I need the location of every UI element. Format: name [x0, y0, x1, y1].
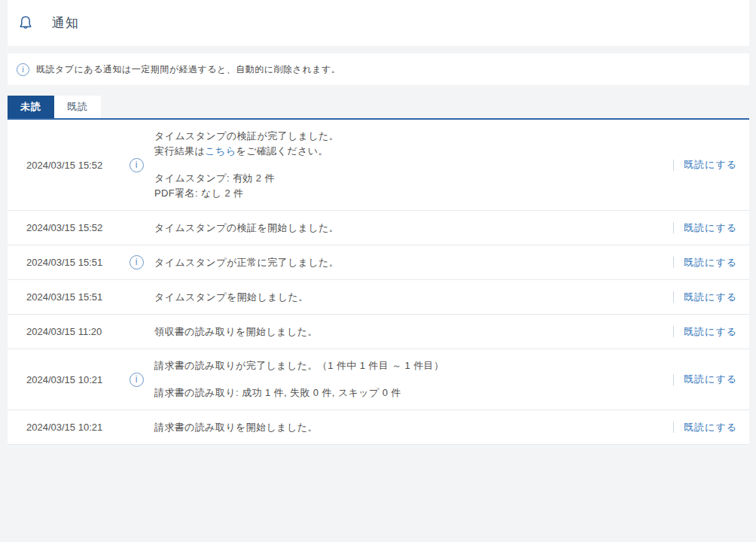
message-line: 請求書の読み取り: 成功 1 件, 失敗 0 件, スキップ 0 件: [154, 385, 664, 400]
message-text: タイムスタンプ: 有効 2 件: [154, 172, 275, 184]
notification-row: 2024/03/15 10:21 i 請求書の読み取りが完了しました。（1 件中…: [8, 349, 749, 410]
info-banner: i 既読タブにある通知は一定期間が経過すると、自動的に削除されます。: [8, 53, 749, 85]
notification-action: 既読にする: [673, 373, 743, 386]
notification-timestamp: 2024/03/15 11:20: [26, 326, 118, 337]
message-text: をご確認ください。: [236, 145, 328, 157]
message-text: タイムスタンプが正常に完了しました。: [154, 257, 339, 268]
notification-icon-column: i: [118, 420, 154, 434]
notification-icon-column: i: [118, 290, 154, 304]
notification-row: 2024/03/15 15:51 i タイムスタンプが正常に完了しました。 既読…: [8, 245, 749, 280]
notification-icon-column: i: [118, 373, 154, 387]
message-line: タイムスタンプの検証を開始しました。: [154, 221, 664, 236]
notification-icon-column: i: [118, 158, 154, 172]
message-line: PDF署名: なし 2 件: [154, 186, 664, 201]
message-text: 請求書の読み取り: 成功 1 件, 失敗 0 件, スキップ 0 件: [154, 387, 401, 398]
notification-timestamp: 2024/03/15 10:21: [26, 422, 118, 433]
action-divider: [673, 422, 674, 433]
action-divider: [673, 291, 674, 303]
notification-list: 2024/03/15 15:52 i タイムスタンプの検証が完了しました。実行結…: [8, 120, 749, 445]
info-circle-icon: i: [130, 158, 144, 172]
mark-read-link[interactable]: 既読にする: [684, 325, 737, 339]
notification-timestamp: 2024/03/15 15:52: [26, 160, 118, 171]
message-text: 領収書の読み取りを開始しました。: [154, 326, 318, 337]
notification-row: 2024/03/15 15:52 i タイムスタンプの検証を開始しました。 既読…: [8, 211, 749, 245]
notification-action: 既読にする: [673, 221, 743, 235]
notification-action: 既読にする: [673, 291, 743, 304]
notification-row: 2024/03/15 15:51 i タイムスタンプを開始しました。 既読にする: [8, 280, 749, 315]
message-line: 請求書の読み取りが完了しました。（1 件中 1 件目 ～ 1 件目）: [154, 358, 664, 373]
notification-icon-column: i: [118, 324, 154, 339]
notification-message: 請求書の読み取りが完了しました。（1 件中 1 件目 ～ 1 件目）請求書の読み…: [154, 358, 673, 400]
message-text: 実行結果は: [154, 145, 205, 157]
message-text: 請求書の読み取りを開始しました。: [154, 422, 318, 433]
notification-icon-column: i: [118, 221, 154, 235]
notification-message: タイムスタンプの検証を開始しました。: [154, 221, 673, 236]
notification-timestamp: 2024/03/15 15:52: [26, 222, 118, 233]
notification-icon-column: i: [118, 255, 154, 269]
notification-message: 請求書の読み取りを開始しました。: [154, 420, 673, 435]
message-text: タイムスタンプの検証が完了しました。: [154, 130, 339, 142]
info-circle-icon: i: [130, 373, 144, 387]
notification-action: 既読にする: [673, 256, 743, 269]
info-circle-icon: i: [130, 255, 144, 269]
action-divider: [673, 326, 674, 337]
message-line: タイムスタンプ: 有効 2 件: [154, 171, 664, 186]
action-divider: [673, 222, 674, 233]
notification-row: 2024/03/15 15:52 i タイムスタンプの検証が完了しました。実行結…: [8, 120, 749, 211]
mark-read-link[interactable]: 既読にする: [684, 158, 737, 172]
notification-action: 既読にする: [673, 421, 743, 434]
message-line: 領収書の読み取りを開始しました。: [154, 324, 664, 340]
mark-read-link[interactable]: 既読にする: [684, 373, 737, 386]
banner-text: 既読タブにある通知は一定期間が経過すると、自動的に削除されます。: [36, 63, 340, 76]
inline-result-link[interactable]: こちら: [205, 145, 236, 157]
notification-message: タイムスタンプを開始しました。: [154, 290, 673, 305]
notification-timestamp: 2024/03/15 10:21: [26, 374, 118, 385]
action-divider: [673, 160, 674, 171]
tab-unread[interactable]: 未読: [8, 96, 54, 118]
notification-message: タイムスタンプが正常に完了しました。: [154, 255, 673, 270]
message-line: タイムスタンプを開始しました。: [154, 290, 664, 305]
notification-row: 2024/03/15 11:20 i 領収書の読み取りを開始しました。 既読にす…: [8, 315, 749, 349]
message-line: 請求書の読み取りを開始しました。: [154, 420, 664, 435]
notifications-page: 通知 i 既読タブにある通知は一定期間が経過すると、自動的に削除されます。 未読…: [0, 0, 756, 542]
message-line: [154, 373, 664, 385]
page-title: 通知: [52, 14, 79, 32]
notification-action: 既読にする: [673, 158, 743, 172]
notification-message: タイムスタンプの検証が完了しました。実行結果はこちらをご確認ください。タイムスタ…: [154, 129, 673, 201]
notification-timestamp: 2024/03/15 15:51: [26, 291, 118, 303]
message-line: タイムスタンプの検証が完了しました。: [154, 129, 664, 144]
message-text: PDF署名: なし 2 件: [154, 187, 244, 199]
page-header: 通知: [8, 0, 749, 46]
mark-read-link[interactable]: 既読にする: [684, 221, 737, 235]
message-text: タイムスタンプの検証を開始しました。: [154, 222, 339, 233]
mark-read-link[interactable]: 既読にする: [684, 291, 737, 304]
notification-message: 領収書の読み取りを開始しました。: [154, 324, 673, 340]
action-divider: [673, 257, 674, 268]
message-text: 請求書の読み取りが完了しました。（1 件中 1 件目 ～ 1 件目）: [154, 360, 444, 371]
notification-timestamp: 2024/03/15 15:51: [26, 257, 118, 268]
mark-read-link[interactable]: 既読にする: [684, 421, 737, 434]
message-text: タイムスタンプを開始しました。: [154, 291, 309, 303]
mark-read-link[interactable]: 既読にする: [684, 256, 737, 269]
bell-icon: [16, 14, 35, 33]
tab-read[interactable]: 既読: [54, 96, 101, 118]
message-line: [154, 159, 664, 171]
action-divider: [673, 374, 674, 385]
message-line: 実行結果はこちらをご確認ください。: [154, 144, 664, 159]
notification-action: 既読にする: [673, 325, 743, 339]
notification-row: 2024/03/15 10:21 i 請求書の読み取りを開始しました。 既読にす…: [8, 410, 749, 445]
message-line: タイムスタンプが正常に完了しました。: [154, 255, 664, 270]
tab-bar: 未読 既読: [8, 96, 101, 118]
info-circle-icon: i: [17, 63, 29, 76]
